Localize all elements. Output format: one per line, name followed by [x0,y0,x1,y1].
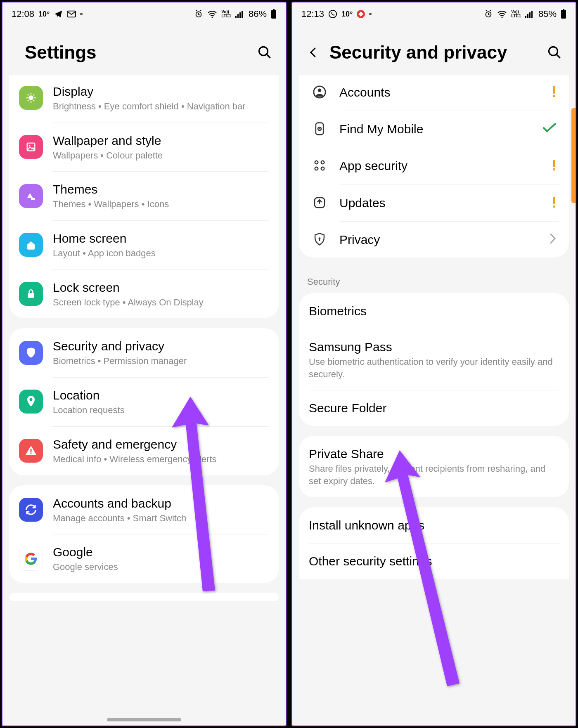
svg-point-28 [318,89,322,92]
status-battery: 85% [538,9,557,19]
back-button[interactable] [305,44,322,61]
biometrics-item[interactable]: Biometrics [299,293,569,329]
svg-point-17 [329,10,336,18]
svg-point-14 [30,398,33,401]
apps-icon [311,157,328,174]
page-header: Settings [2,26,286,75]
battery-icon [271,9,277,19]
svg-rect-20 [525,16,526,18]
volte-icon: Vo))LTE1 [221,10,231,18]
volte-icon: Vo))LTE1 [511,10,521,18]
svg-rect-15 [31,449,32,452]
backup-icon [19,498,43,522]
settings-group: Accounts and backupManage accounts • Sma… [9,485,279,583]
notification-dot [369,13,372,15]
svg-point-37 [319,237,321,239]
svg-rect-5 [239,12,241,18]
security-group: Private ShareShare files privately, prev… [299,436,569,497]
install-unknown-apps-item[interactable]: Install unknown apps [299,507,569,543]
svg-point-9 [259,47,268,56]
notification-dot [80,13,83,15]
status-battery: 86% [249,9,267,19]
themes-icon [19,184,43,208]
svg-point-26 [549,47,558,56]
themes-item[interactable]: ThemesThemes • Wallpapers • Icons [9,171,279,220]
location-icon [19,390,43,414]
svg-rect-4 [237,14,239,18]
privacy-item[interactable]: Privacy [299,221,569,258]
page-header: Security and privacy [292,26,576,75]
svg-point-16 [30,452,32,454]
accounts-item[interactable]: Accounts ! [299,75,569,111]
display-icon [19,86,43,110]
chevron-right-icon [549,233,557,246]
security-privacy-screen: 12:13 10° Vo))LTE1 85% Security and priv… [291,2,576,726]
svg-rect-23 [531,11,533,18]
search-button[interactable] [546,44,563,61]
settings-group-placeholder [9,593,279,601]
svg-point-33 [321,161,325,164]
accounts-backup-item[interactable]: Accounts and backupManage accounts • Sma… [9,485,279,534]
svg-point-31 [319,128,320,130]
home-icon [19,233,43,257]
privacy-icon [311,231,328,248]
updates-item[interactable]: Updates ! [299,184,569,221]
private-share-item[interactable]: Private ShareShare files privately, prev… [299,436,569,497]
whatsapp-icon [328,9,337,19]
display-item[interactable]: DisplayBrightness • Eye comfort shield •… [9,75,279,123]
warning-icon: ! [552,157,557,174]
svg-point-32 [315,161,318,164]
wallpaper-icon [19,135,43,159]
status-bar: 12:13 10° Vo))LTE1 85% [292,2,576,26]
safety-icon [19,439,43,463]
svg-rect-25 [561,10,566,19]
wallpaper-item[interactable]: Wallpaper and styleWallpapers • Colour p… [9,123,279,172]
search-button[interactable] [256,44,273,61]
svg-rect-13 [28,293,34,298]
home-screen-item[interactable]: Home screenLayout • App icon badges [9,220,279,269]
svg-rect-8 [271,10,276,19]
samsung-pass-item[interactable]: Samsung PassUse biometric authentication… [299,329,569,390]
telegram-icon [54,9,63,19]
wifi-icon [497,10,507,18]
nav-handle[interactable] [107,718,181,721]
security-list: Accounts ! Find My Mobile App security !… [292,75,576,726]
google-item[interactable]: GoogleGoogle services [9,534,279,583]
lock-icon [19,282,43,306]
status-bar: 12:08 10° Vo))LTE1 86% [2,2,286,26]
svg-rect-6 [242,11,243,18]
svg-point-10 [28,96,33,101]
svg-rect-21 [527,14,528,18]
find-my-mobile-item[interactable]: Find My Mobile [299,111,569,147]
svg-rect-7 [273,9,275,10]
app-security-item[interactable]: App security ! [299,147,569,184]
svg-rect-24 [563,9,564,10]
mail-icon [67,10,76,18]
warning-icon: ! [552,83,557,101]
security-group: Biometrics Samsung PassUse biometric aut… [299,293,569,426]
lock-screen-item[interactable]: Lock screenScreen lock type • Always On … [9,269,279,319]
page-title: Settings [15,42,249,63]
security-section-label: Security [292,267,576,293]
security-status-group: Accounts ! Find My Mobile App security !… [299,75,569,258]
svg-rect-3 [235,16,237,18]
secure-folder-item[interactable]: Secure Folder [299,390,569,426]
status-temperature: 10° [341,10,353,19]
status-temperature: 10° [38,10,50,19]
alarm-icon [484,9,493,19]
check-icon [542,123,557,135]
settings-group: DisplayBrightness • Eye comfort shield •… [9,75,279,318]
account-icon [311,84,328,100]
find-icon [311,121,328,137]
status-time: 12:13 [301,9,324,19]
location-item[interactable]: LocationLocation requests [9,377,279,426]
safety-emergency-item[interactable]: Safety and emergencyMedical info • Wirel… [9,426,279,475]
other-security-settings-item[interactable]: Other security settings [299,543,569,579]
svg-point-12 [29,145,31,147]
svg-rect-22 [529,12,531,18]
alarm-icon [194,9,203,19]
security-privacy-item[interactable]: Security and privacyBiometrics • Permiss… [9,328,279,377]
scroll-indicator[interactable] [571,108,576,203]
settings-screen: 12:08 10° Vo))LTE1 86% Settings DisplayB… [2,2,287,726]
settings-group: Security and privacyBiometrics • Permiss… [9,328,279,475]
